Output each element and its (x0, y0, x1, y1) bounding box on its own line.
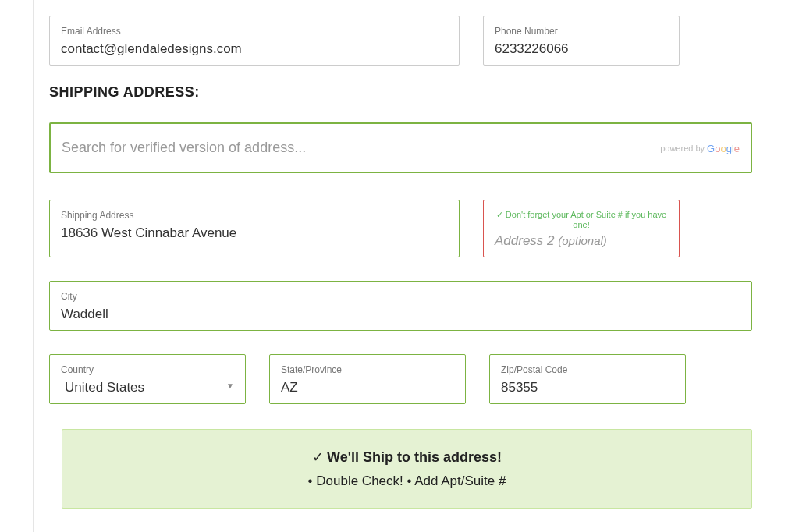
address-search-wrapper: powered by Google (49, 122, 752, 173)
confirm-title-text: We'll Ship to this address! (327, 449, 502, 465)
country-select-value: United States (61, 380, 234, 395)
zip-label: Zip/Postal Code (501, 364, 674, 375)
country-field-wrapper[interactable]: Country United States ▼ (49, 354, 246, 404)
address-search-input[interactable] (62, 140, 536, 156)
address2-wrapper[interactable]: ✓ Don't forget your Apt or Suite # if yo… (483, 200, 680, 257)
powered-by-google: powered by Google (660, 142, 740, 154)
address2-main: Address 2 (495, 233, 555, 248)
state-label: State/Province (281, 364, 454, 375)
zip-field-wrapper: Zip/Postal Code (489, 354, 686, 404)
email-field-wrapper: Email Address (49, 16, 460, 66)
powered-by-text: powered by (660, 144, 705, 153)
phone-label: Phone Number (495, 26, 668, 37)
confirm-title: ✓We'll Ship to this address! (78, 449, 736, 466)
city-label: City (61, 291, 740, 302)
country-label: Country (61, 364, 234, 375)
confirm-subtext: • Double Check! • Add Apt/Suite # (78, 473, 736, 489)
shipping-address-input[interactable] (61, 225, 448, 241)
address2-hint: ✓ Don't forget your Apt or Suite # if yo… (495, 210, 668, 230)
address2-placeholder: Address 2 (optional) (495, 233, 668, 249)
check-icon: ✓ (312, 449, 324, 465)
email-label: Email Address (61, 26, 448, 37)
state-field-wrapper: State/Province (269, 354, 466, 404)
google-logo-icon: Google (707, 142, 740, 154)
city-field-wrapper: City (49, 281, 752, 331)
shipping-address-heading: SHIPPING ADDRESS: (49, 84, 752, 101)
address2-optional: (optional) (558, 234, 607, 247)
shipping-confirm-box: ✓We'll Ship to this address! • Double Ch… (62, 429, 752, 509)
email-input[interactable] (61, 41, 448, 57)
shipping-address-wrapper: Shipping Address (49, 200, 460, 257)
chevron-down-icon: ▼ (226, 381, 234, 390)
city-input[interactable] (61, 307, 740, 322)
state-input[interactable] (281, 380, 454, 395)
phone-input[interactable] (495, 41, 668, 57)
shipping-address-label: Shipping Address (61, 210, 448, 221)
zip-input[interactable] (501, 380, 674, 395)
phone-field-wrapper: Phone Number (483, 16, 680, 66)
